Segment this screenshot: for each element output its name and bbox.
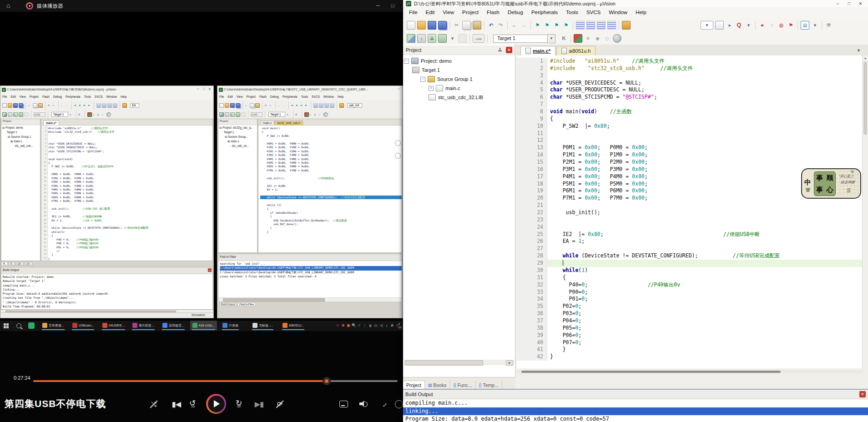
- build-icon[interactable]: [8, 112, 12, 117]
- collapse-icon[interactable]: −: [420, 77, 425, 82]
- magnifier-tray-icon[interactable]: 🔍: [352, 323, 356, 328]
- book-icon[interactable]: [339, 103, 344, 108]
- scroll-up-icon[interactable]: ▲: [863, 56, 868, 60]
- open-folder-icon[interactable]: [8, 103, 12, 108]
- seek-handle[interactable]: [323, 377, 331, 385]
- menu-item-help[interactable]: Help: [336, 94, 345, 98]
- rewind-10-button[interactable]: ↺10: [188, 399, 197, 407]
- bookmark-prev-icon[interactable]: [543, 21, 551, 29]
- panel-tab-temp[interactable]: {}Temp...: [476, 381, 502, 389]
- close-panel-button[interactable]: ✕: [506, 47, 512, 53]
- menu-item-peripherals[interactable]: Peripherals: [527, 7, 562, 15]
- comment-icon[interactable]: [107, 103, 112, 108]
- nav-forward-icon[interactable]: [66, 104, 69, 107]
- seek-bar[interactable]: [33, 380, 398, 382]
- menu-item-view[interactable]: View: [439, 7, 458, 15]
- tree-item[interactable]: stc_usb_cdc_32.LIB: [404, 93, 514, 102]
- menu-item-flash[interactable]: Flash: [257, 94, 268, 98]
- new-file-icon[interactable]: [219, 103, 224, 108]
- indent-left-icon[interactable]: [313, 103, 318, 108]
- redo-icon[interactable]: [52, 104, 56, 107]
- load-icon[interactable]: [251, 112, 262, 117]
- save-all-icon[interactable]: [236, 103, 240, 108]
- taskbar-search-icon[interactable]: [16, 323, 21, 328]
- nav-back-icon[interactable]: [61, 104, 65, 107]
- cut-icon[interactable]: [453, 21, 460, 29]
- scrollbar-vertical[interactable]: ▲: [862, 55, 868, 368]
- code-editor[interactable]: 1#include "ai8051u.h" //调用头文件2#include "…: [517, 55, 863, 368]
- bookmark-icon[interactable]: [291, 104, 295, 107]
- bookmark-clear-icon[interactable]: [305, 104, 308, 107]
- indent-right-icon[interactable]: [102, 103, 106, 108]
- diamond-icon[interactable]: [97, 113, 101, 116]
- bp-flag-icon[interactable]: [787, 21, 795, 29]
- taskbar-app-[interactable]: 单片机在...: [130, 321, 156, 330]
- menu-item-debug[interactable]: Debug: [51, 94, 64, 98]
- bookmark-prev-icon[interactable]: [296, 104, 299, 107]
- tab-list-dropdown-icon[interactable]: ▼: [857, 48, 861, 53]
- dd-icon[interactable]: [811, 21, 819, 29]
- sphere-icon[interactable]: [613, 34, 621, 43]
- wrench-icon[interactable]: [825, 21, 833, 29]
- indent-left-icon[interactable]: [576, 21, 585, 30]
- bookmark-icon[interactable]: [534, 21, 541, 29]
- bookmark-next-icon[interactable]: [553, 21, 560, 29]
- indent-right-icon[interactable]: [319, 103, 323, 108]
- menu-item-debug[interactable]: Debug: [504, 7, 527, 15]
- save-icon[interactable]: [13, 103, 18, 108]
- redo-icon[interactable]: [497, 21, 505, 29]
- sphere-icon[interactable]: [323, 112, 328, 117]
- rebuild-icon[interactable]: [428, 34, 436, 43]
- open-folder-icon[interactable]: [225, 103, 229, 108]
- stop-icon[interactable]: [24, 112, 29, 117]
- menu-item-peripherals[interactable]: Peripherals: [64, 94, 82, 98]
- subtitles-button[interactable]: [339, 401, 348, 407]
- video-frame[interactable]: µ C:\Users\Administrator\Desktop\04.USB不…: [0, 12, 403, 331]
- ime-a-tray-icon[interactable]: A: [390, 323, 394, 328]
- new-file-icon[interactable]: [407, 21, 415, 30]
- indent-left-icon[interactable]: [96, 103, 101, 108]
- maximize-button[interactable]: □: [843, 0, 855, 7]
- taskbar-app-[interactable]: 深圳国芯...: [160, 321, 187, 330]
- taskbar-app-04usb[interactable]: 04USB不...: [100, 321, 127, 330]
- new-file-icon[interactable]: [2, 103, 7, 108]
- speaker-tray-icon[interactable]: ◁: [379, 323, 384, 328]
- display-tray-icon[interactable]: ▭: [373, 323, 378, 328]
- bp-ring-icon[interactable]: [777, 21, 785, 29]
- menu-item-help[interactable]: Help: [119, 94, 128, 98]
- minimize-button[interactable]: ─: [373, 1, 383, 10]
- volume-button[interactable]: [359, 400, 368, 407]
- menu-item-edit[interactable]: Edit: [9, 94, 17, 98]
- batch-icon[interactable]: [236, 112, 240, 117]
- layout-icon[interactable]: [801, 21, 809, 30]
- taskbar-app-usbcam[interactable]: USBcam...: [70, 321, 96, 330]
- build-icon[interactable]: [417, 34, 426, 43]
- layers-icon[interactable]: [93, 113, 96, 116]
- nav-back-icon[interactable]: [510, 21, 518, 29]
- taskbar-app-[interactable]: 无标题 -...: [250, 321, 275, 330]
- cube-icon[interactable]: [87, 112, 92, 117]
- target-selector-arrow-icon[interactable]: ▾: [548, 34, 555, 43]
- stop-icon[interactable]: [458, 34, 467, 43]
- load-icon[interactable]: [473, 34, 484, 43]
- find-doc-icon[interactable]: [715, 21, 724, 30]
- menu-item-project[interactable]: Project: [28, 94, 40, 98]
- menu-item-view[interactable]: View: [18, 94, 28, 98]
- cube-icon[interactable]: [574, 34, 582, 43]
- menu-item-window[interactable]: Window: [105, 94, 119, 98]
- uncomment-icon[interactable]: [330, 103, 334, 108]
- menu-item-edit[interactable]: Edit: [422, 7, 439, 15]
- dd-icon[interactable]: [287, 113, 291, 116]
- copy-icon[interactable]: [250, 103, 254, 108]
- indent-right-icon[interactable]: [586, 21, 595, 30]
- load-icon[interactable]: [34, 112, 45, 117]
- uncomment-icon[interactable]: [607, 21, 616, 30]
- taskbar-app-ai8051u[interactable]: AI8051U...: [280, 321, 306, 330]
- usb-tray-icon[interactable]: ψ: [368, 323, 373, 328]
- wechat-icon[interactable]: [28, 322, 35, 329]
- menu-item-svcs[interactable]: SVCS: [310, 94, 322, 98]
- home-icon[interactable]: ⌂: [6, 2, 10, 9]
- check-tray-icon[interactable]: ✔: [357, 323, 362, 328]
- menu-item-flash[interactable]: Flash: [40, 94, 51, 98]
- bp-gray-icon[interactable]: [768, 21, 776, 29]
